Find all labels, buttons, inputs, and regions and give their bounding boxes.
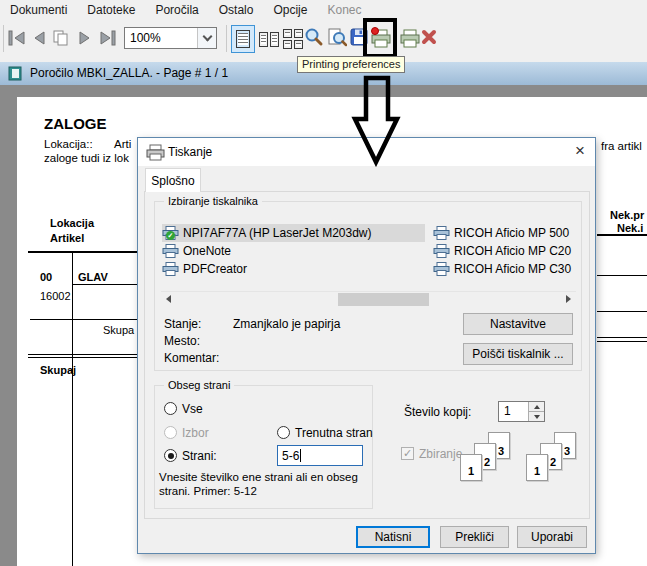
printer-list-right-column: RICOH Aficio MP 500 RICOH Aficio MP C20 … [433,222,575,280]
radio-selection-label: Izbor [182,426,209,440]
report-item-code: 16002 [40,290,71,302]
spinner-buttons [528,402,544,421]
pages-button[interactable] [51,28,71,48]
menu-bar: Dokumenti Datoteke Poročila Ostalo Opcij… [0,0,647,20]
report-rule [28,354,137,355]
printer-item-onenote[interactable]: OneNote [183,242,231,260]
report-column-rule [72,251,73,566]
previous-page-icon [29,28,49,48]
menu-konec[interactable]: Konec [317,1,371,19]
last-page-button[interactable] [97,28,118,48]
multi-page-view-button[interactable] [281,25,305,53]
toolbar-separator [3,25,4,52]
dialog-title: Tiskanje [168,145,212,159]
page-magnifier-icon [327,27,347,47]
report-subtotal-label: Skupa [103,324,134,336]
report-intro-right-fragment: fra artikl [601,140,642,152]
tab-splosno[interactable]: Splošno [145,168,201,192]
radio-current-page-label: Trenutna stran [295,426,373,440]
report-intro-fragment: Arti [114,138,131,150]
report-window-title: Poročilo MBKI_ZALLA. - Page # 1 / 1 [30,66,228,80]
collate-pages-icon: 1 2 3 [460,432,522,494]
page-range-value: 5-6 [282,449,299,463]
single-page-icon [236,30,250,48]
copies-value: 1 [499,402,528,421]
menu-dokumenti[interactable]: Dokumenti [0,1,77,19]
printer-icon [162,244,179,258]
two-page-view-button[interactable] [258,25,280,53]
page-range-input[interactable]: 5-6 [277,445,363,466]
range-hint-line2: strani. Primer: 5-12 [159,485,257,497]
preferences-button[interactable]: Nastavitve [463,313,573,335]
triangle-up-icon [534,405,540,409]
collate-label: Zbiranje [419,447,462,461]
printer-item-ricoh-c20[interactable]: RICOH Aficio MP C20 [454,242,571,260]
status-value: Zmanjkalo je papirja [233,317,340,331]
close-report-button[interactable] [421,29,437,45]
printer-item-pdfcreator[interactable]: PDFCreator [183,260,247,278]
collate-pages-icon: 1 2 3 [526,432,588,494]
report-heading: ZALOGE [44,115,107,132]
dialog-close-button[interactable]: × [575,141,585,161]
magnifier-icon [304,27,324,47]
printer-icon [433,244,450,258]
application-window: Dokumenti Datoteke Poročila Ostalo Opcij… [0,0,647,566]
menu-ostalo[interactable]: Ostalo [209,1,264,19]
text-caret [300,449,301,462]
print-button[interactable]: Natisni [356,526,430,548]
report-group-code: 00 [40,271,52,283]
triangle-down-icon [534,415,540,419]
scroll-left-icon[interactable] [166,295,171,303]
next-page-button[interactable] [75,28,95,48]
printer-item-hp[interactable]: NPI7AF77A (HP LaserJet M203dw) [183,224,372,242]
printer-icon [399,27,421,49]
scrollbar-thumb[interactable] [338,293,429,306]
report-rule [28,357,137,358]
report-rule [597,337,647,338]
next-page-icon [75,28,95,48]
zoom-button[interactable] [304,27,324,47]
pages-icon [51,28,71,48]
report-rule [597,234,647,236]
combobox-dropdown-button[interactable] [197,28,216,48]
multi-page-grid-icon [282,29,304,49]
menu-datoteke[interactable]: Datoteke [77,1,145,19]
radio-all-pages[interactable] [164,402,177,415]
two-page-icon [259,32,268,47]
first-page-button[interactable] [7,28,28,48]
chevron-down-icon [202,32,212,42]
find-printer-button[interactable]: Poišči tiskalnik ... [463,343,573,365]
zoom-page-button[interactable] [327,27,347,47]
zoom-level-value: 100% [125,31,197,45]
report-group-name: GLAV [78,271,108,283]
apply-button[interactable]: Uporabi [517,526,587,548]
printing-preferences-tooltip: Printing preferences [297,56,405,73]
report-rule [73,284,137,285]
comment-label: Komentar: [164,351,219,365]
spinner-down-button[interactable] [529,411,544,421]
spinner-up-button[interactable] [529,402,544,411]
report-rule [30,319,137,320]
report-rule [597,341,647,342]
previous-page-button[interactable] [29,28,49,48]
printer-item-ricoh-c30[interactable]: RICOH Aficio MP C30 [454,260,571,278]
cancel-button[interactable]: Prekliči [440,526,509,548]
printer-list-scrollbar[interactable] [161,291,576,306]
radio-current-page[interactable] [277,426,290,439]
scroll-right-icon[interactable] [566,295,571,303]
radio-pages[interactable] [164,449,177,462]
single-page-view-button[interactable] [231,25,255,53]
report-rule [597,311,647,312]
last-page-icon [97,28,118,48]
copies-spinner[interactable]: 1 [498,401,545,422]
radio-all-pages-label: Vse [182,402,203,416]
menu-opcije[interactable]: Opcije [263,1,317,19]
report-rule [28,251,137,253]
copies-label: Število kopij: [404,405,471,419]
default-printer-check-icon: ✓ [166,231,175,240]
print-button-toolbar[interactable] [399,27,421,49]
printer-item-ricoh-500[interactable]: RICOH Aficio MP 500 [454,224,569,242]
zoom-level-combobox[interactable]: 100% [124,27,217,49]
menu-porocila[interactable]: Poročila [145,1,208,19]
toolbar-separator [226,25,227,52]
